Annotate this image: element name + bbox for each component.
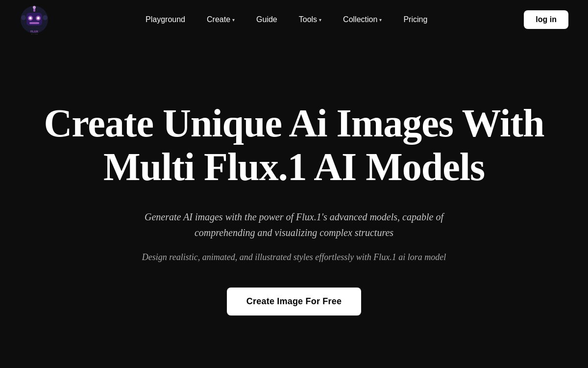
svg-rect-8 (29, 22, 39, 24)
guide-link[interactable]: Guide (247, 10, 286, 29)
nav-item-collection[interactable]: Collection ▾ (334, 10, 391, 29)
svg-text:FLUX: FLUX (30, 30, 38, 33)
chevron-down-icon: ▾ (232, 17, 235, 23)
login-button[interactable]: log in (524, 10, 568, 29)
svg-point-7 (37, 17, 40, 20)
svg-point-6 (29, 17, 32, 20)
nav-item-guide[interactable]: Guide (247, 10, 286, 29)
collection-link[interactable]: Collection ▾ (334, 10, 391, 29)
nav-item-create[interactable]: Create ▾ (198, 10, 244, 29)
navbar: FLUX AI LAB Playground Create ▾ Guide To… (0, 0, 588, 39)
pricing-link[interactable]: Pricing (394, 10, 436, 29)
hero-section: Create Unique Ai Images With Multi Flux.… (0, 39, 588, 368)
chevron-down-icon: ▾ (379, 17, 382, 23)
nav-links: Playground Create ▾ Guide Tools ▾ Collec… (137, 10, 436, 29)
playground-link[interactable]: Playground (137, 10, 194, 29)
hero-title: Create Unique Ai Images With Multi Flux.… (39, 102, 549, 189)
cta-button[interactable]: Create Image For Free (227, 288, 361, 315)
hero-sub2: Design realistic, animated, and illustra… (142, 250, 446, 264)
logo[interactable]: FLUX AI LAB (20, 5, 49, 34)
svg-point-2 (43, 15, 48, 20)
svg-text:AI LAB: AI LAB (31, 34, 38, 34)
hero-subtitle: Generate AI images with the power of Flu… (122, 209, 466, 240)
chevron-down-icon: ▾ (319, 17, 321, 23)
nav-item-playground[interactable]: Playground (137, 10, 194, 29)
svg-point-1 (21, 15, 26, 20)
nav-item-pricing[interactable]: Pricing (394, 10, 436, 29)
svg-point-10 (33, 6, 36, 9)
tools-link[interactable]: Tools ▾ (290, 10, 330, 29)
nav-item-tools[interactable]: Tools ▾ (290, 10, 330, 29)
create-link[interactable]: Create ▾ (198, 10, 244, 29)
